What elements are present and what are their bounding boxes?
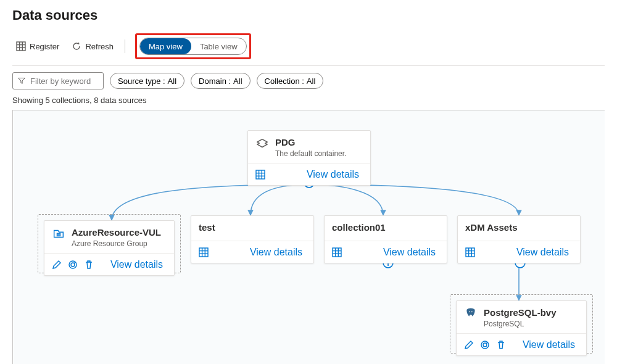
- register-button[interactable]: Register: [12, 37, 63, 56]
- map-canvas[interactable]: PDG The default container. View details …: [12, 110, 605, 364]
- azure-resource-group-icon: [52, 227, 65, 241]
- svg-rect-21: [199, 248, 208, 257]
- filter-keyword-input[interactable]: [12, 72, 104, 89]
- grid-icon[interactable]: [332, 247, 342, 257]
- svg-point-38: [481, 341, 489, 349]
- status-text: Showing 5 collections, 8 data sources: [12, 96, 605, 105]
- svg-rect-0: [17, 42, 25, 51]
- node-collection01[interactable]: collection01 View details: [324, 215, 447, 263]
- node-collection01-title: collection01: [332, 222, 386, 233]
- node-test-details[interactable]: View details: [246, 246, 306, 259]
- node-postgres[interactable]: PostgreSQL-bvy PostgreSQL View details: [456, 300, 587, 356]
- svg-point-18: [69, 261, 77, 268]
- map-view-toggle[interactable]: Map view: [140, 38, 191, 54]
- svg-rect-31: [466, 248, 474, 257]
- domain-value: All: [233, 77, 242, 86]
- collection-value: All: [307, 77, 315, 86]
- refresh-label: Refresh: [85, 42, 114, 51]
- node-azure-details[interactable]: View details: [107, 259, 167, 271]
- grid-add-icon: [16, 41, 26, 51]
- node-pdg-title: PDG: [275, 137, 346, 148]
- edit-icon[interactable]: [464, 340, 474, 350]
- filter-keyword-field[interactable]: [29, 76, 98, 86]
- register-label: Register: [30, 42, 59, 51]
- delete-icon[interactable]: [84, 260, 94, 270]
- source-type-value: All: [168, 77, 176, 86]
- node-collection01-details[interactable]: View details: [379, 246, 439, 259]
- edge-root-test: [251, 184, 309, 215]
- node-xdm-title: xDM Assets: [465, 222, 517, 233]
- grid-icon[interactable]: [465, 247, 475, 257]
- grid-icon[interactable]: [199, 247, 209, 257]
- delete-icon[interactable]: [496, 340, 506, 350]
- source-type-filter[interactable]: Source type : All: [110, 73, 184, 89]
- scan-icon[interactable]: [480, 340, 490, 350]
- svg-rect-12: [256, 170, 265, 179]
- grid-icon[interactable]: [255, 170, 265, 180]
- container-icon: [255, 137, 269, 151]
- node-postgres-subtitle: PostgreSQL: [484, 320, 557, 328]
- node-postgres-title: PostgreSQL-bvy: [484, 307, 557, 318]
- domain-label: Domain :: [199, 77, 231, 86]
- view-switch: Map view Table view: [139, 38, 247, 55]
- svg-line-20: [74, 262, 75, 263]
- svg-line-40: [486, 342, 487, 344]
- filter-bar: Source type : All Domain : All Collectio…: [12, 66, 605, 89]
- svg-rect-26: [333, 248, 341, 257]
- view-switch-highlight: Map view Table view: [135, 33, 251, 59]
- toolbar: Register Refresh Map view Table view: [12, 33, 605, 66]
- node-azure-subtitle: Azure Resource Group: [72, 239, 161, 248]
- edge-root-xdm: [309, 184, 519, 215]
- node-test[interactable]: test View details: [191, 215, 314, 263]
- refresh-button[interactable]: Refresh: [68, 37, 117, 56]
- postgresql-icon: [464, 307, 478, 321]
- node-xdm-details[interactable]: View details: [513, 246, 573, 259]
- scan-icon[interactable]: [68, 260, 78, 270]
- node-azure-title: AzureResource-VUL: [72, 227, 161, 238]
- domain-filter[interactable]: Domain : All: [191, 73, 250, 89]
- svg-rect-17: [57, 233, 60, 236]
- svg-point-37: [471, 311, 473, 312]
- node-pdg-details[interactable]: View details: [303, 168, 363, 181]
- filter-icon: [18, 77, 25, 85]
- collection-label: Collection :: [265, 77, 304, 86]
- table-view-toggle[interactable]: Table view: [191, 38, 246, 54]
- node-xdm[interactable]: xDM Assets View details: [457, 215, 581, 263]
- refresh-icon: [72, 41, 81, 51]
- source-type-label: Source type :: [118, 77, 165, 86]
- collection-filter[interactable]: Collection : All: [257, 73, 324, 89]
- page-title: Data sources: [12, 7, 605, 23]
- toolbar-separator: [125, 39, 125, 53]
- node-postgres-details[interactable]: View details: [519, 339, 579, 351]
- node-azure-rg[interactable]: AzureResource-VUL Azure Resource Group V…: [44, 220, 175, 276]
- node-pdg-subtitle: The default container.: [275, 149, 346, 158]
- node-pdg[interactable]: PDG The default container. View details: [247, 130, 371, 186]
- node-test-title: test: [199, 222, 215, 233]
- svg-point-36: [469, 311, 470, 312]
- edge-root-collection01: [309, 184, 383, 215]
- edit-icon[interactable]: [52, 260, 62, 270]
